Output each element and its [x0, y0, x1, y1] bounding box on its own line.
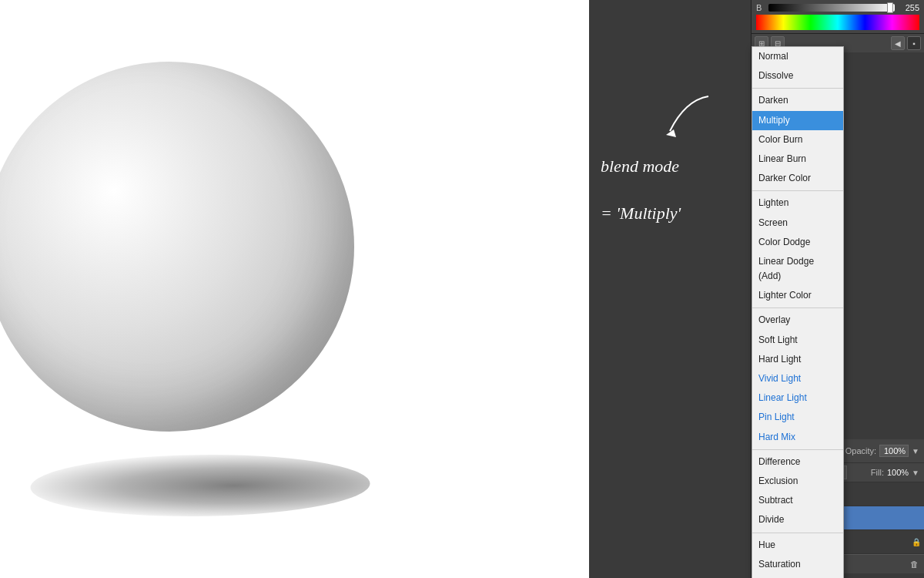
blend-item-lighter-color[interactable]: Lighter Color [752, 286, 843, 305]
blend-item-hard-light[interactable]: Hard Light [752, 350, 843, 369]
b-channel-label: B [756, 3, 765, 12]
blend-item-lighten[interactable]: Lighten [752, 193, 843, 213]
canvas-document [0, 0, 589, 578]
blend-item-darker-color[interactable]: Darker Color [752, 169, 843, 188]
b-channel-row: B 255 [756, 3, 919, 12]
b-slider-track[interactable] [768, 4, 895, 12]
fill-dropdown-icon[interactable]: ▼ [912, 469, 919, 477]
blend-item-color-burn[interactable]: Color Burn [752, 130, 843, 150]
blend-item-color[interactable]: Color [752, 574, 843, 578]
opacity-value: 100% [879, 445, 909, 457]
blend-item-hard-mix[interactable]: Hard Mix [752, 428, 843, 447]
annotation-line1: blend mode [601, 156, 679, 176]
blend-item-saturation[interactable]: Saturation [752, 555, 843, 574]
blend-item-linear-burn[interactable]: Linear Burn [752, 150, 843, 169]
color-controls: B 255 [752, 0, 924, 34]
sphere-shadow [19, 455, 380, 516]
background-lock-icon: 🔒 [912, 538, 921, 546]
blend-item-color-dodge[interactable]: Color Dodge [752, 233, 843, 252]
opacity-row: Opacity: 100% ▼ [845, 445, 919, 457]
blend-item-soft-light[interactable]: Soft Light [752, 331, 843, 350]
fill-value: 100% [887, 468, 909, 477]
blend-item-difference[interactable]: Difference [752, 452, 843, 472]
blend-item-linear-dodge[interactable]: Linear Dodge (Add) [752, 252, 843, 286]
b-channel-value: 255 [898, 3, 919, 12]
rect-icon[interactable]: ▪ [907, 36, 921, 50]
delete-layer-icon[interactable]: 🗑 [907, 557, 921, 571]
blend-separator-3 [752, 307, 843, 308]
blend-mode-dropdown[interactable]: Normal Dissolve Darken Multiply Color Bu… [752, 46, 844, 578]
fill-row: Fill: 100% ▼ [871, 468, 919, 477]
blend-item-subtract[interactable]: Subtract [752, 491, 843, 510]
annotation-line2: = 'Multiply' [601, 203, 681, 223]
sphere-object [0, 62, 354, 432]
fill-label: Fill: [871, 468, 884, 477]
color-spectrum[interactable] [756, 15, 919, 30]
blend-item-overlay[interactable]: Overlay [752, 311, 843, 330]
blend-item-hue[interactable]: Hue [752, 536, 843, 555]
blend-item-vivid-light[interactable]: Vivid Light [752, 369, 843, 388]
sphere-container [0, 39, 416, 516]
annotation-text: blend mode = 'Multiply' [601, 131, 681, 226]
opacity-dropdown-icon[interactable]: ▼ [912, 447, 919, 455]
blend-separator-5 [752, 533, 843, 533]
opacity-label: Opacity: [845, 446, 876, 455]
blend-item-multiply[interactable]: Multiply [752, 111, 843, 130]
annotation-area: blend mode = 'Multiply' [601, 92, 747, 247]
blend-item-pin-light[interactable]: Pin Light [752, 408, 843, 427]
blend-item-normal[interactable]: Normal [752, 47, 843, 66]
blend-item-dissolve[interactable]: Dissolve [752, 66, 843, 86]
b-slider-thumb[interactable] [887, 2, 893, 13]
blend-item-screen[interactable]: Screen [752, 213, 843, 233]
blend-separator-4 [752, 449, 843, 450]
canvas-area: blend mode = 'Multiply' [0, 0, 751, 578]
blend-item-darken[interactable]: Darken [752, 91, 843, 110]
arrow-left-icon[interactable]: ◀ [891, 36, 905, 50]
blend-separator-2 [752, 190, 843, 191]
blend-item-linear-light[interactable]: Linear Light [752, 388, 843, 408]
blend-separator-1 [752, 88, 843, 89]
blend-item-divide[interactable]: Divide [752, 510, 843, 529]
right-panel: B 255 ⊞ ⊟ ◀ ▪ Normal Dissolve Darken Mul… [751, 0, 924, 578]
blend-item-exclusion[interactable]: Exclusion [752, 472, 843, 491]
